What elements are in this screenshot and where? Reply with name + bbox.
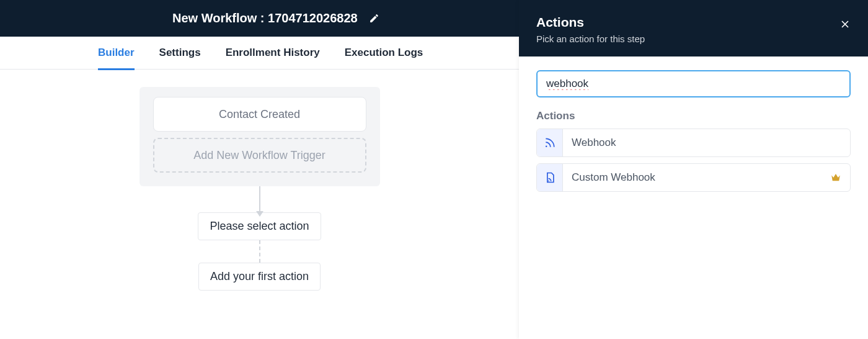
trigger-group: Contact Created Add New Workflow Trigger [140, 87, 380, 186]
close-panel-button[interactable] [837, 16, 853, 32]
connector-dashed [259, 240, 260, 263]
action-item-label: Webhook [563, 137, 850, 149]
add-trigger-button[interactable]: Add New Workflow Trigger [153, 138, 366, 173]
doc-rss-icon [544, 171, 556, 184]
action-item-label: Custom Webhook [563, 171, 830, 184]
svg-point-1 [548, 181, 549, 182]
tab-settings[interactable]: Settings [159, 37, 201, 70]
premium-badge [830, 172, 850, 183]
pencil-icon [369, 13, 379, 24]
connector-line [259, 186, 260, 212]
actions-section-label: Actions [536, 110, 851, 122]
action-icon-box [537, 164, 563, 191]
panel-subtitle: Pick an action for this step [536, 34, 851, 44]
actions-panel: Actions Pick an action for this step Act… [519, 0, 868, 339]
crown-icon [830, 172, 841, 183]
panel-header: Actions Pick an action for this step [519, 0, 868, 56]
workflow-title: New Workflow : 1704712026828 [172, 11, 358, 25]
edit-title-button[interactable] [368, 12, 381, 25]
add-first-action-card[interactable]: Add your first action [198, 263, 321, 291]
rss-icon [544, 137, 556, 149]
action-icon-box [537, 129, 563, 156]
panel-title: Actions [536, 15, 851, 30]
tab-execution-logs[interactable]: Execution Logs [345, 37, 423, 70]
close-icon [839, 18, 851, 30]
tab-builder[interactable]: Builder [98, 37, 135, 70]
arrow-down-icon [256, 211, 264, 217]
actions-list: Webhook Custom Webhook [536, 129, 851, 192]
action-item-custom-webhook[interactable]: Custom Webhook [536, 163, 851, 192]
tab-enrollment-history[interactable]: Enrollment History [226, 37, 320, 70]
workflow-canvas: Contact Created Add New Workflow Trigger… [0, 70, 519, 339]
trigger-card[interactable]: Contact Created [153, 97, 366, 132]
svg-point-0 [545, 146, 547, 148]
action-item-webhook[interactable]: Webhook [536, 129, 851, 157]
panel-body: Actions Webhook Custom Webhook [519, 56, 868, 206]
action-search-input[interactable] [536, 70, 851, 97]
